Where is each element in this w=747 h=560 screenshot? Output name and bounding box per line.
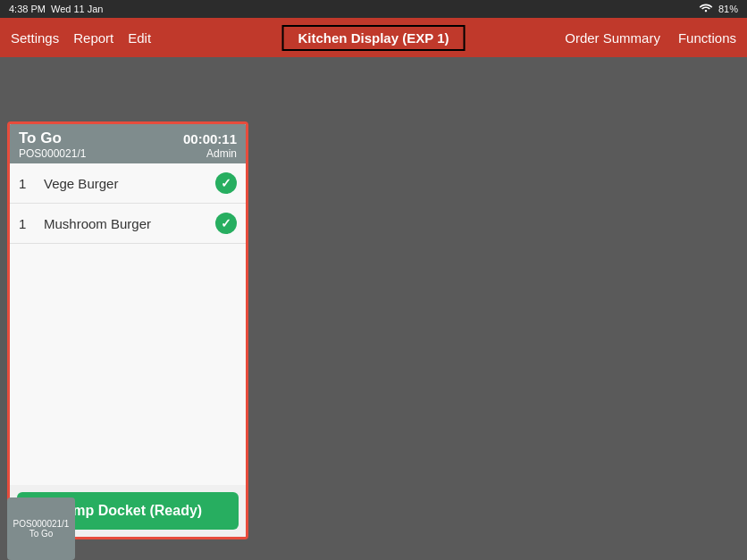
settings-menu[interactable]: Settings [11,30,59,46]
order-summary-button[interactable]: Order Summary [565,30,660,46]
thumb-type: To Go [29,529,54,539]
card-admin: Admin [206,147,237,160]
status-time: 4:38 PM [9,4,46,14]
card-title: To Go [19,130,62,147]
item-quantity: 1 [19,176,37,191]
order-thumbnail[interactable]: POS000021/1 To Go [7,497,75,560]
card-pos: POS000021/1 [19,147,86,160]
table-row: 1Mushroom Burger [10,204,246,244]
display-title: Kitchen Display (EXP 1) [282,25,466,51]
report-menu[interactable]: Report [73,30,113,46]
item-name: Mushroom Burger [44,216,215,231]
main-area: To Go 00:00:11 POS000021/1 Admin 1Vege B… [0,57,747,560]
functions-button[interactable]: Functions [678,30,736,46]
wifi-icon [699,3,713,15]
table-row: 1Vege Burger [10,163,246,204]
item-check-icon [215,213,237,234]
status-bar: 4:38 PM Wed 11 Jan 81% [0,0,747,18]
edit-menu[interactable]: Edit [128,30,151,46]
card-items-list: 1Vege Burger1Mushroom Burger [10,163,246,485]
item-quantity: 1 [19,216,37,231]
item-check-icon [215,172,237,194]
status-day: Wed 11 Jan [51,4,104,14]
item-name: Vege Burger [44,176,215,191]
order-card: To Go 00:00:11 POS000021/1 Admin 1Vege B… [7,121,248,539]
card-header: To Go 00:00:11 POS000021/1 Admin [10,124,246,163]
thumb-pos: POS000021/1 [13,519,70,529]
top-nav: Settings Report Edit Kitchen Display (EX… [0,18,747,57]
battery-indicator: 81% [718,4,738,14]
card-timer: 00:00:11 [183,131,237,146]
